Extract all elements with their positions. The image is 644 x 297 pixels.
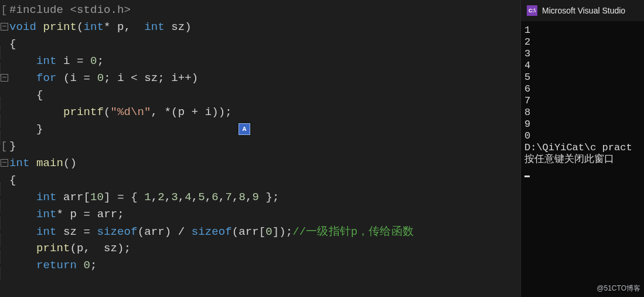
fold-toggle-icon[interactable] xyxy=(1,23,8,31)
code-text[interactable]: printf("%d\n", *(p + i)); xyxy=(8,106,232,119)
code-editor[interactable]: [#include <stdio.h>void print(int* p, in… xyxy=(0,0,520,297)
code-text[interactable]: } xyxy=(8,123,43,136)
code-text[interactable]: int* p = arr; xyxy=(8,208,124,221)
console-line: 0 xyxy=(524,130,640,142)
code-line[interactable]: int arr[10] = { 1,2,3,4,5,6,7,8,9 }; xyxy=(0,188,520,205)
code-text[interactable]: { xyxy=(8,89,43,102)
console-line: 4 xyxy=(524,60,640,72)
code-text[interactable]: int arr[10] = { 1,2,3,4,5,6,7,8,9 }; xyxy=(8,191,280,204)
code-text[interactable]: return 0; xyxy=(8,259,97,272)
code-line[interactable]: [} xyxy=(0,137,520,154)
code-text[interactable]: { xyxy=(8,174,16,187)
fold-marker[interactable] xyxy=(0,74,8,82)
ime-label: A xyxy=(243,126,247,133)
code-line[interactable]: int main() xyxy=(0,154,520,171)
fold-toggle-icon[interactable] xyxy=(1,159,8,167)
code-line[interactable]: print(p, sz); xyxy=(0,239,520,256)
workspace: [#include <stdio.h>void print(int* p, in… xyxy=(0,0,644,297)
code-text[interactable]: } xyxy=(8,140,16,153)
fold-bracket-icon: [ xyxy=(1,4,8,16)
code-text[interactable]: for (i = 0; i < sz; i++) xyxy=(8,72,198,85)
fold-marker[interactable] xyxy=(0,159,8,167)
console-line: 2 xyxy=(524,36,640,48)
ime-indicator: A xyxy=(238,123,250,135)
console-title-bar: C:\ Microsoft Visual Studio xyxy=(521,0,644,21)
code-text[interactable]: int sz = sizeof(arr) / sizeof(arr[0]);//… xyxy=(8,224,414,239)
watermark: @51CTO博客 xyxy=(597,284,640,293)
console-line: 8 xyxy=(524,107,640,119)
console-line: D:\QiYiCat\c pract xyxy=(524,142,640,154)
code-line[interactable]: { xyxy=(0,86,520,103)
fold-marker: [ xyxy=(0,4,8,16)
code-text[interactable]: int main() xyxy=(8,157,77,170)
code-line[interactable]: void print(int* p, int sz) xyxy=(0,18,520,35)
code-line[interactable]: { xyxy=(0,171,520,188)
visual-studio-icon: C:\ xyxy=(527,5,537,16)
fold-marker: [ xyxy=(0,140,8,152)
code-text[interactable]: #include <stdio.h> xyxy=(8,4,131,16)
fold-toggle-icon[interactable] xyxy=(1,74,8,82)
code-line[interactable]: int i = 0; xyxy=(0,52,520,69)
console-line: 5 xyxy=(524,72,640,83)
console-cursor xyxy=(524,176,530,177)
code-line[interactable]: int sz = sizeof(arr) / sizeof(arr[0]);//… xyxy=(0,222,520,239)
console-line: 按任意键关闭此窗口 xyxy=(524,154,640,166)
console-output[interactable]: 1234567890D:\QiYiCat\c pract按任意键关闭此窗口 xyxy=(521,21,644,177)
code-text[interactable]: int i = 0; xyxy=(8,55,104,68)
code-line[interactable]: [#include <stdio.h> xyxy=(0,1,520,18)
code-text[interactable]: print(p, sz); xyxy=(8,242,131,255)
console-panel: C:\ Microsoft Visual Studio 1234567890D:… xyxy=(520,0,644,297)
code-line[interactable]: int* p = arr; xyxy=(0,205,520,222)
console-line: 3 xyxy=(524,48,640,60)
code-line[interactable]: { xyxy=(0,35,520,52)
console-title: Microsoft Visual Studio xyxy=(542,6,625,15)
code-line[interactable]: printf("%d\n", *(p + i)); xyxy=(0,103,520,120)
code-text[interactable]: void print(int* p, int sz) xyxy=(8,21,192,33)
console-line: 7 xyxy=(524,95,640,107)
code-line[interactable]: } xyxy=(0,120,520,137)
code-line[interactable]: return 0; xyxy=(0,256,520,274)
code-text[interactable]: { xyxy=(8,38,16,50)
console-line: 6 xyxy=(524,83,640,95)
fold-marker[interactable] xyxy=(0,23,8,31)
console-line: 1 xyxy=(524,25,640,36)
fold-bracket-icon: [ xyxy=(1,140,8,152)
code-line[interactable]: for (i = 0; i < sz; i++) xyxy=(0,69,520,86)
console-line: 9 xyxy=(524,119,640,130)
